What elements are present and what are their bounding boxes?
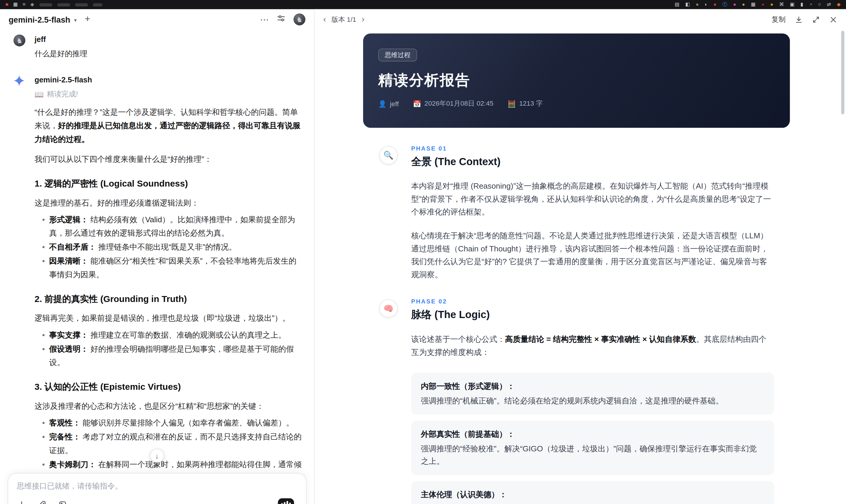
avatar: ♞	[13, 34, 25, 59]
artifact-pane: ‹ 版本 1/1 › 复制	[314, 9, 846, 504]
user-avatar[interactable]: ♞	[294, 13, 305, 25]
macos-menubar: ■▦≡◆ ▤◧●◐●ⓕ●●▦●●⌘▣▮◔○⇄◆	[0, 0, 846, 9]
calendar-icon: 📅	[413, 100, 421, 108]
menu-item-placeholder[interactable]	[75, 3, 88, 6]
list-item: •事实支撑： 推理建立在可靠的数据、准确的观测或公认的真理之上。	[35, 328, 303, 342]
card-body: 强调推理的“机械正确”。结论必须在给定的规则系统内逻辑自洽，这是推理的硬件基础。	[421, 395, 765, 407]
meta-word-count: 🧮 1213 字	[508, 100, 543, 109]
list-item: •因果清晰： 能准确区分“相关性”和“因果关系”，不会轻率地将先后发生的事情归为…	[35, 255, 303, 282]
bullet-icon: •	[42, 342, 45, 370]
menu-item-placeholder[interactable]	[40, 3, 53, 6]
grid-icon[interactable]: ▦	[13, 0, 18, 9]
new-chat-button[interactable]: +	[85, 14, 90, 25]
close-icon[interactable]	[829, 16, 838, 23]
hero-badge: 思维过程	[378, 49, 417, 61]
bullet-list: •形式逻辑： 结构必须有效（Valid）。比如演绎推理中，如果前提全部为真，那么…	[35, 213, 303, 282]
dimension-card: 内部一致性（形式逻辑）：强调推理的“机械正确”。结论必须在给定的规则系统内逻辑自…	[411, 373, 774, 414]
text-run: 考虑了对立的观点和潜在的反证，而不是只选择支持自己结论的证据。	[49, 433, 302, 455]
status-icon[interactable]: ◧	[685, 0, 690, 9]
meta-author-text: jeff	[390, 100, 399, 107]
display-icon[interactable]: ▣	[790, 0, 794, 9]
clock-icon[interactable]: ◔	[809, 0, 812, 9]
text-run: 我们可以从以下四个维度来衡量什么是“好的推理”：	[35, 155, 212, 163]
composer: 思维接口已就绪，请传输指令。	[7, 473, 306, 504]
model-selector[interactable]: gemini-2.5-flash	[8, 15, 70, 24]
copy-button[interactable]: 复制	[772, 15, 786, 24]
menu-icon[interactable]: ≡	[23, 0, 25, 9]
text-run: 推理链条中不能出现“既是又非”的情况。	[96, 243, 237, 251]
artifact-toolbar: ‹ 版本 1/1 › 复制	[315, 9, 846, 30]
app-icon[interactable]: ■	[5, 0, 8, 9]
bold-text: 好的推理是从已知信息出发，通过严密的逻辑路径，得出可靠且有说服力结论的过程。	[35, 121, 301, 143]
status-icon[interactable]: ●	[696, 0, 699, 9]
download-icon[interactable]	[795, 16, 803, 23]
frame-icon[interactable]	[58, 500, 68, 504]
version-label: 版本 1/1	[331, 15, 356, 24]
status-icon[interactable]: ●	[761, 0, 764, 9]
person-icon: 👤	[378, 100, 387, 108]
user-message: ♞ jeff 什么是好的推理	[13, 34, 303, 59]
status-icon[interactable]: ◐	[705, 0, 708, 9]
text-run: 核心情境在于解决“思考的随意性”问题。不论是人类通过批判性思维进行决策，还是大语…	[411, 232, 768, 279]
report-title: 精读分析报告	[378, 71, 775, 90]
assistant-message: gemini-2.5-flash 📖 精读完成! “什么是好的推理？”这是一个涉…	[13, 74, 303, 504]
dimension-card: 主体伦理（认识美德）：转向推理者的心理特征。引入奥卡姆剃刀和反向论证，旨在克服人…	[411, 481, 774, 504]
menu-item-placeholder[interactable]	[57, 3, 70, 6]
list-item-text: 客观性： 能够识别并尽量排除个人偏见（如幸存者偏差、确认偏差）。	[49, 416, 294, 430]
list-item: •不自相矛盾： 推理链条中不能出现“既是又非”的情况。	[35, 240, 303, 254]
record-icon[interactable]: ●	[713, 0, 717, 9]
list-item: •完备性： 考虑了对立的观点和潜在的反证，而不是只选择支持自己结论的证据。	[35, 430, 303, 457]
card-body: 强调推理的“经验校准”。解决“GIGO（垃圾进，垃圾出）”问题，确保推理引擎运行…	[421, 443, 765, 467]
dimension-card: 外部真实性（前提基础）：强调推理的“经验校准”。解决“GIGO（垃圾进，垃圾出）…	[411, 421, 774, 475]
list-item: •假设透明： 好的推理会明确指明哪些是已知事实，哪些是基于可能的假设。	[35, 342, 303, 370]
scrollbar-thumb[interactable]	[841, 31, 845, 114]
search-icon[interactable]: ○	[818, 0, 821, 9]
report-meta: 👤 jeff 📅 2026年01月08日 02:45 🧮 1213 字	[378, 100, 775, 109]
settings-sliders-icon[interactable]	[277, 14, 285, 25]
list-item-text: 事实支撑： 推理建立在可靠的数据、准确的观测或公认的真理之上。	[49, 328, 286, 342]
bold-text: 因果清晰：	[49, 257, 88, 265]
more-options-icon[interactable]: ⋯	[260, 14, 269, 24]
flame-icon[interactable]: ◆	[837, 0, 841, 9]
status-icon[interactable]: ●	[742, 0, 745, 9]
chat-input[interactable]: 思维接口已就绪，请传输指令。	[17, 482, 297, 491]
status-icon[interactable]: ●	[733, 0, 736, 9]
book-icon: 📖	[35, 90, 44, 99]
status-text: 精读完成!	[47, 90, 78, 100]
text-run: 逻辑再完美，如果前提是错误的，推理也是垃圾（即“垃圾进，垃圾出”）。	[35, 314, 290, 323]
status-icon[interactable]: ●	[770, 0, 773, 9]
text-run: 本内容是对“推理 (Reasoning)”这一抽象概念的高层建模。在知识爆炸与人…	[411, 182, 771, 216]
attachment-icon[interactable]	[37, 500, 47, 504]
paragraph: “什么是好的推理？”这是一个涉及逻辑学、认知科学和哲学核心的问题。简单来说，好的…	[35, 106, 303, 146]
grid-icon[interactable]: ▦	[751, 0, 756, 9]
bold-text: 完备性：	[49, 433, 81, 441]
menubar-right-icons: ▤◧●◐●ⓕ●●▦●●⌘▣▮◔○⇄◆	[675, 0, 841, 9]
screen: ■▦≡◆ ▤◧●◐●ⓕ●●▦●●⌘▣▮◔○⇄◆ gemini-2.5-flash…	[0, 0, 846, 504]
fullscreen-icon[interactable]	[812, 16, 820, 23]
section-title: 全景 (The Context)	[411, 155, 774, 169]
section-content: PHASE 01全景 (The Context)本内容是对“推理 (Reason…	[411, 145, 774, 281]
voice-input-button[interactable]	[278, 498, 294, 504]
switch-icon[interactable]: ⇄	[827, 0, 831, 9]
plus-icon[interactable]	[17, 500, 27, 504]
list-item-text: 形式逻辑： 结构必须有效（Valid）。比如演绎推理中，如果前提全部为真，那么通…	[49, 213, 303, 240]
app-menu-icon[interactable]: ◆	[30, 0, 34, 9]
chat-header-actions: ⋯ ♞	[260, 13, 305, 25]
section-title: 脉络 (The Logic)	[411, 308, 774, 322]
scroll-to-bottom-button[interactable]: ↓	[150, 449, 164, 463]
status-icon[interactable]: ▤	[675, 0, 679, 9]
bullet-icon: •	[42, 430, 45, 457]
paragraph: 本内容是对“推理 (Reasoning)”这一抽象概念的高层建模。在知识爆炸与人…	[411, 180, 774, 219]
section-heading: 1. 逻辑的严密性 (Logical Soundness)	[35, 177, 303, 190]
facebook-icon[interactable]: ⓕ	[722, 0, 727, 9]
chevron-right-icon[interactable]: ›	[362, 15, 365, 24]
menubar-left-icons: ■▦≡◆	[5, 0, 34, 9]
battery-icon[interactable]: ▮	[800, 0, 803, 9]
command-icon[interactable]: ⌘	[779, 0, 784, 9]
text-run: 这是推理的基石。好的推理必须遵循逻辑法则：	[35, 198, 199, 207]
chevron-down-icon[interactable]: ▾	[74, 17, 77, 23]
list-item-text: 完备性： 考虑了对立的观点和潜在的反证，而不是只选择支持自己结论的证据。	[49, 430, 303, 457]
menu-item-placeholder[interactable]	[93, 3, 103, 6]
chevron-left-icon[interactable]: ‹	[323, 15, 326, 24]
paragraph: 这涉及推理者的心态和方法论，也是区分“杠精”和“思想家”的关键：	[35, 400, 303, 413]
